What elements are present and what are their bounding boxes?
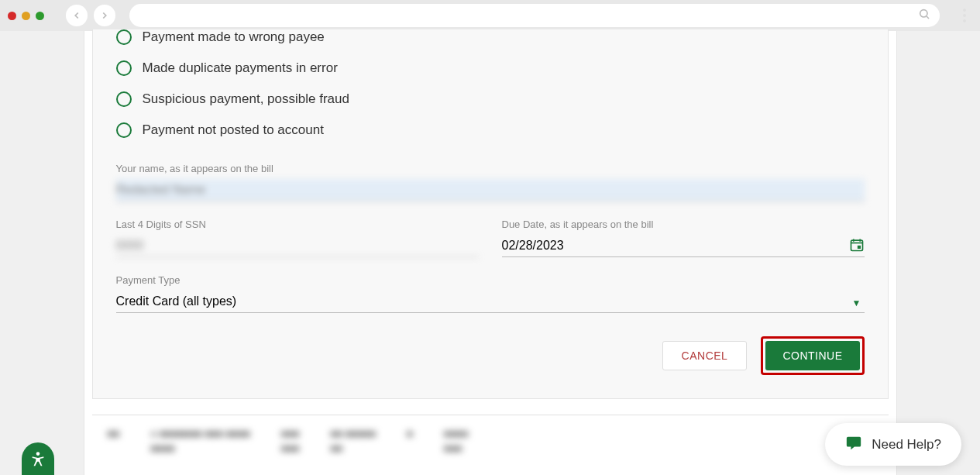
due-date-input[interactable] <box>502 235 865 257</box>
radio-option-wrong-payee[interactable]: Payment made to wrong payee <box>116 29 865 53</box>
radio-icon <box>116 60 132 76</box>
svg-rect-3 <box>857 246 860 249</box>
continue-button[interactable]: CONTINUE <box>765 341 859 370</box>
menu-button[interactable] <box>957 9 972 22</box>
svg-line-1 <box>927 16 929 19</box>
due-date-label: Due Date, as it appears on the bill <box>502 219 865 230</box>
payment-type-label: Payment Type <box>116 274 865 286</box>
continue-highlight: CONTINUE <box>761 336 864 375</box>
svg-point-0 <box>920 10 927 17</box>
radio-label: Made duplicate payments in error <box>143 60 338 76</box>
close-window-icon[interactable] <box>8 12 16 20</box>
search-icon <box>918 8 930 23</box>
due-date-field: Due Date, as it appears on the bill <box>502 219 865 257</box>
calendar-icon[interactable] <box>849 237 865 256</box>
svg-point-7 <box>36 452 40 456</box>
need-help-button[interactable]: Need Help? <box>825 423 961 466</box>
radio-icon <box>116 29 132 45</box>
radio-label: Payment made to wrong payee <box>143 29 325 45</box>
svg-rect-2 <box>851 240 862 250</box>
chevron-down-icon: ▼ <box>852 298 861 308</box>
browser-chrome <box>0 0 980 31</box>
radio-label: Suspicious payment, possible fraud <box>143 91 349 107</box>
cancel-button[interactable]: CANCEL <box>662 341 748 370</box>
name-input[interactable] <box>116 179 865 201</box>
name-field: Your name, as it appears on the bill <box>116 163 865 201</box>
ssn-input[interactable] <box>116 235 479 257</box>
payment-type-field: Payment Type ▼ <box>116 274 865 313</box>
radio-option-not-posted[interactable]: Payment not posted to account <box>116 115 865 146</box>
minimize-window-icon[interactable] <box>22 12 30 20</box>
payment-type-select[interactable] <box>116 291 865 313</box>
radio-icon <box>116 91 132 107</box>
form-card: Payment made to wrong payee Made duplica… <box>92 29 889 399</box>
radio-label: Payment not posted to account <box>143 122 324 138</box>
back-button[interactable] <box>66 5 88 26</box>
maximize-window-icon[interactable] <box>36 12 44 20</box>
button-row: CANCEL CONTINUE <box>116 336 865 375</box>
radio-option-fraud[interactable]: Suspicious payment, possible fraud <box>116 84 865 115</box>
ssn-label: Last 4 Digits of SSN <box>116 219 479 230</box>
accessibility-button[interactable] <box>22 442 54 475</box>
forward-button[interactable] <box>94 5 115 26</box>
chat-icon <box>845 434 862 455</box>
bottom-summary: ■■ ● ■■■■■■■ ■■■ ■■■■■■■■ ■■■■■■ ■■ ■■■■… <box>84 415 896 454</box>
radio-option-duplicate[interactable]: Made duplicate payments in error <box>116 53 865 84</box>
name-label: Your name, as it appears on the bill <box>116 163 865 174</box>
need-help-label: Need Help? <box>872 437 941 453</box>
radio-icon <box>116 122 132 138</box>
ssn-field: Last 4 Digits of SSN <box>116 219 479 257</box>
page-content: Payment made to wrong payee Made duplica… <box>84 31 897 475</box>
url-bar[interactable] <box>129 4 940 27</box>
traffic-lights <box>8 12 44 20</box>
